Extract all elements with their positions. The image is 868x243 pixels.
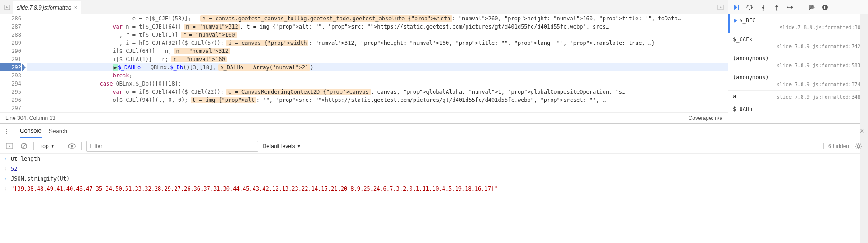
svg-rect-5 xyxy=(738,5,739,10)
hidden-count: 6 hidden xyxy=(823,143,849,149)
line-number[interactable]: 288 xyxy=(0,31,21,39)
console-output-line: ‹52 xyxy=(0,164,868,174)
line-number[interactable]: 297 xyxy=(0,104,21,112)
line-gutter: 286287288289290291292293294295296297 xyxy=(0,14,27,112)
tab-console[interactable]: Console xyxy=(20,124,42,138)
svg-point-7 xyxy=(749,9,750,10)
stack-frame[interactable]: $_BAHn xyxy=(728,103,868,115)
line-number[interactable]: 293 xyxy=(0,71,21,80)
line-number[interactable]: 296 xyxy=(0,96,21,104)
line-number[interactable]: 289 xyxy=(0,39,21,47)
svg-rect-21 xyxy=(824,6,825,9)
code-line: o[$_CJEl(94)](t, 0, 0);t = img {"prop">a… xyxy=(27,96,728,104)
console-output-line: ‹"[39,38,48,49,41,40,46,47,35,34,50,51,3… xyxy=(0,184,868,194)
svg-line-37 xyxy=(860,144,861,145)
levels-label: Default levels xyxy=(263,143,295,149)
code-line: i[$_CJFA(1)] = r;r = "numval">160 xyxy=(27,55,728,63)
svg-point-13 xyxy=(776,9,778,10)
deactivate-breakpoints-icon[interactable] xyxy=(807,2,816,12)
menu-icon[interactable]: ⋮ xyxy=(4,128,13,134)
chevron-down-icon: ▼ xyxy=(51,144,55,148)
svg-marker-9 xyxy=(762,7,764,9)
code-line: e = e[$_CJEl(58)]; e = canvas.geetest_ca… xyxy=(27,14,728,23)
sidebar-toggle-icon[interactable] xyxy=(5,141,14,151)
code-line: i[$_CJEl(64)] = n,n = "numval">312 xyxy=(27,47,728,55)
console-output[interactable]: ›Ut.length‹52›JSON.stringify(Ut)‹"[39,38… xyxy=(0,154,868,243)
code-line: , i = h[$_CJFA(32)]($_CJEl(57));i = canv… xyxy=(27,39,728,47)
step-over-icon[interactable] xyxy=(745,2,755,12)
code-line: break; xyxy=(27,71,728,80)
code-line: ▶$_DAHHo = QBLnx.$_Db()[3][18];$_DAHHo =… xyxy=(27,63,728,71)
toolbar-divider xyxy=(801,3,801,11)
tab-search[interactable]: Search xyxy=(49,124,67,138)
code-line: , r = t[$_CJEl(1)]r = "numval">160 xyxy=(27,31,728,39)
status-bar: Line 304, Column 33 Coverage: n/a xyxy=(0,112,728,123)
svg-marker-3 xyxy=(720,6,722,8)
drawer-tabs: ⋮ Console Search × xyxy=(0,124,868,138)
step-icon[interactable] xyxy=(785,2,795,12)
code-line xyxy=(27,104,728,112)
console-input-line: ›JSON.stringify(Ut) xyxy=(0,174,868,184)
line-number[interactable]: 290 xyxy=(0,47,21,55)
svg-rect-17 xyxy=(809,5,813,9)
code-content: e = e[$_CJEl(58)]; e = canvas.geetest_ca… xyxy=(27,14,728,112)
svg-point-28 xyxy=(71,145,73,147)
svg-line-36 xyxy=(856,148,857,148)
coverage-status: Coverage: n/a xyxy=(689,115,722,121)
svg-marker-12 xyxy=(775,5,778,7)
svg-point-20 xyxy=(822,5,828,10)
context-label: top xyxy=(41,143,49,149)
line-number[interactable]: 286 xyxy=(0,14,21,23)
debug-toggle-icon[interactable] xyxy=(715,2,726,13)
svg-point-10 xyxy=(763,9,764,10)
line-number[interactable]: 294 xyxy=(0,80,21,88)
code-line: var o = i[$_CJEl(44)]($_CJEl(22));o = Ca… xyxy=(27,88,728,96)
chevron-down-icon: ▼ xyxy=(297,144,301,148)
svg-line-26 xyxy=(22,144,26,148)
call-stack: ▶$_BEGslide.7.8.9.js:formatted:309$_CAFx… xyxy=(728,14,868,123)
filter-input[interactable] xyxy=(86,141,258,152)
stack-frame[interactable]: (anonymous)slide.7.8.9.js:formatted:5832 xyxy=(728,52,868,71)
svg-marker-15 xyxy=(791,6,793,9)
code-editor[interactable]: 286287288289290291292293294295296297 e =… xyxy=(0,14,728,112)
debug-toolbar xyxy=(728,0,868,14)
live-expression-icon[interactable] xyxy=(67,141,77,151)
pause-icon[interactable] xyxy=(820,2,830,12)
navigator-toggle-icon[interactable] xyxy=(2,2,13,13)
log-levels-selector[interactable]: Default levels ▼ xyxy=(263,143,301,149)
close-icon[interactable]: × xyxy=(74,5,77,11)
stack-frame[interactable]: ▶$_BEGslide.7.8.9.js:formatted:309 xyxy=(728,14,868,33)
step-into-icon[interactable] xyxy=(758,2,768,12)
svg-line-34 xyxy=(856,144,857,145)
context-selector[interactable]: top ▼ xyxy=(38,143,57,149)
clear-console-icon[interactable] xyxy=(19,141,29,151)
stack-frame[interactable]: (anonymous)slide.7.8.9.js:formatted:3748 xyxy=(728,71,868,91)
close-drawer-icon[interactable]: × xyxy=(859,126,864,136)
stack-frame[interactable]: $_CAFxslide.7.8.9.js:formatted:7428 xyxy=(728,33,868,52)
cursor-position: Line 304, Column 33 xyxy=(5,115,56,121)
console-input-line: ›Ut.length xyxy=(0,154,868,164)
code-line: case QBLnx.$_Db()[0][18]: xyxy=(27,80,728,88)
svg-rect-22 xyxy=(826,6,826,9)
tab-label: slide.7.8.9.js:formatted xyxy=(17,5,71,11)
console-toolbar: top ▼ Default levels ▼ 6 hidden xyxy=(0,138,868,154)
svg-point-16 xyxy=(787,6,788,8)
svg-marker-4 xyxy=(734,5,737,10)
svg-marker-1 xyxy=(6,6,8,8)
svg-line-35 xyxy=(860,148,861,148)
line-number[interactable]: 291 xyxy=(0,55,21,63)
source-tab[interactable]: slide.7.8.9.js:formatted × xyxy=(13,1,81,14)
gear-icon[interactable] xyxy=(854,141,863,151)
stack-frame[interactable]: aslide.7.8.9.js:formatted:3486 xyxy=(728,91,868,103)
line-number[interactable]: 295 xyxy=(0,88,21,96)
line-number[interactable]: 287 xyxy=(0,23,21,31)
svg-marker-24 xyxy=(9,145,10,148)
svg-point-29 xyxy=(857,145,860,148)
line-number[interactable]: 292 xyxy=(0,63,21,71)
source-tab-bar: slide.7.8.9.js:formatted × xyxy=(0,0,728,14)
resume-icon[interactable] xyxy=(731,2,741,12)
code-line: var n = t[$_CJEl(64)]n = "numval">312, t… xyxy=(27,23,728,31)
step-out-icon[interactable] xyxy=(772,2,782,12)
